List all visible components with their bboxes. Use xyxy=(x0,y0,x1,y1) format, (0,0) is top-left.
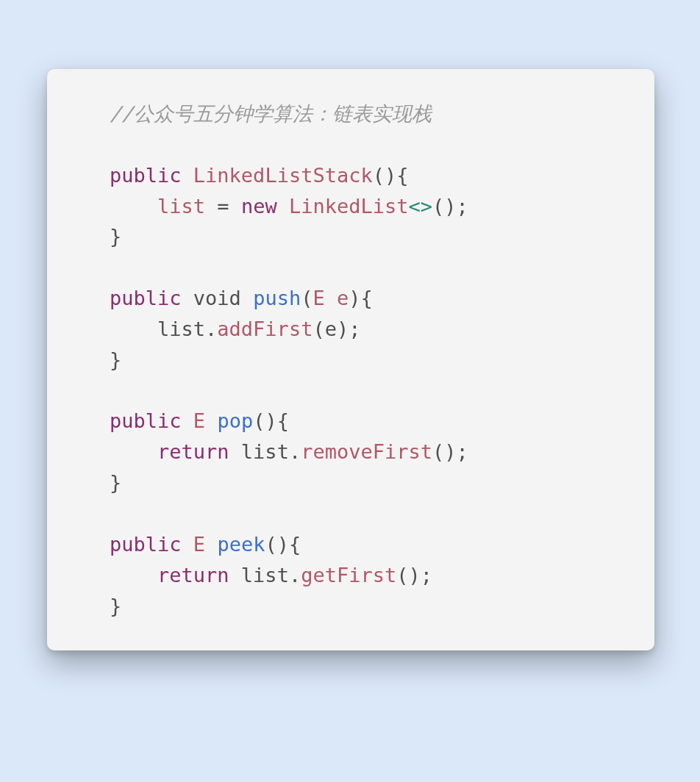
code-line: public E peek(){ xyxy=(62,533,301,556)
code-line: } xyxy=(62,225,121,248)
semicolon: ; xyxy=(421,564,432,586)
space xyxy=(241,287,253,309)
code-card: //公众号五分钟学算法：链表实现栈 public LinkedListStack… xyxy=(47,69,654,650)
paren-close: ) xyxy=(337,318,349,340)
code-line: return list.removeFirst(); xyxy=(62,440,468,463)
method-name: peek xyxy=(217,533,265,556)
space xyxy=(182,164,193,187)
code-line: } xyxy=(62,471,121,494)
type-name: E xyxy=(193,409,205,432)
angle-close: > xyxy=(421,195,432,218)
code-line: list = new LinkedList<>(); xyxy=(62,195,468,218)
code-line: //公众号五分钟学算法：链表实现栈 xyxy=(62,102,432,125)
keyword-public: public xyxy=(110,164,182,187)
paren-close: ) xyxy=(265,409,276,432)
type-name: LinkedListStack xyxy=(193,164,373,187)
space xyxy=(205,409,217,432)
identifier: list xyxy=(241,440,289,463)
paren-close: ) xyxy=(349,287,360,309)
space xyxy=(182,533,193,556)
code-line: list.addFirst(e); xyxy=(62,318,360,340)
paren-open: ( xyxy=(432,440,444,463)
paren-close: ) xyxy=(408,564,420,586)
paren-open: ( xyxy=(396,564,408,586)
keyword-return: return xyxy=(157,564,229,586)
space xyxy=(229,564,241,586)
indent xyxy=(62,595,110,617)
paren-close: ) xyxy=(444,195,456,218)
keyword-public: public xyxy=(110,533,182,556)
brace-open: { xyxy=(277,409,289,432)
semicolon: ; xyxy=(457,440,468,463)
dot: . xyxy=(205,318,217,340)
space xyxy=(205,195,217,218)
paren-open: ( xyxy=(432,195,444,218)
type-name: E xyxy=(193,533,205,556)
dot: . xyxy=(289,440,301,463)
indent xyxy=(62,471,110,494)
code-line: } xyxy=(62,595,121,617)
space xyxy=(277,195,289,218)
brace-close: } xyxy=(110,225,121,248)
paren-close: ) xyxy=(444,440,456,463)
brace-open: { xyxy=(361,287,373,309)
code-line: public E pop(){ xyxy=(62,409,289,432)
code-line: } xyxy=(62,348,121,371)
indent xyxy=(62,348,110,371)
space xyxy=(205,533,217,556)
brace-close: } xyxy=(110,595,121,617)
space xyxy=(229,195,241,218)
keyword-return: return xyxy=(157,440,229,463)
method-name: pop xyxy=(217,409,253,432)
identifier: list xyxy=(157,195,205,218)
code-line: return list.getFirst(); xyxy=(62,564,432,586)
indent xyxy=(62,409,110,432)
method-call: addFirst xyxy=(217,318,312,340)
code-line: public void push(E e){ xyxy=(62,287,373,309)
paren-open: ( xyxy=(312,318,324,340)
keyword-void: void xyxy=(193,287,241,309)
dot: . xyxy=(289,564,301,586)
brace-close: } xyxy=(110,348,121,371)
space xyxy=(182,287,193,309)
angle-open: < xyxy=(408,195,420,218)
code-line: public LinkedListStack(){ xyxy=(62,164,408,187)
method-call: removeFirst xyxy=(301,440,432,463)
keyword-public: public xyxy=(110,409,182,432)
paren-open: ( xyxy=(373,164,385,187)
comment: //公众号五分钟学算法：链表实现栈 xyxy=(110,102,432,125)
indent xyxy=(62,195,157,218)
brace-close: } xyxy=(110,471,121,494)
semicolon: ; xyxy=(349,318,360,340)
space xyxy=(182,409,193,432)
indent xyxy=(62,164,110,187)
indent xyxy=(62,564,157,586)
indent xyxy=(62,287,110,309)
code-block: //公众号五分钟学算法：链表实现栈 public LinkedListStack… xyxy=(62,98,640,621)
keyword-public: public xyxy=(110,287,182,309)
semicolon: ; xyxy=(457,195,468,218)
identifier: list xyxy=(157,318,205,340)
brace-open: { xyxy=(289,533,301,556)
indent xyxy=(62,225,110,248)
paren-open: ( xyxy=(253,409,265,432)
method-name: push xyxy=(253,287,301,309)
type-name: LinkedList xyxy=(289,195,409,218)
type-name: E xyxy=(312,287,324,309)
indent xyxy=(62,440,157,463)
keyword-new: new xyxy=(241,195,277,218)
brace-open: { xyxy=(396,164,408,187)
identifier: list xyxy=(241,564,289,586)
paren-close: ) xyxy=(385,164,396,187)
indent xyxy=(62,102,110,125)
paren-close: ) xyxy=(277,533,289,556)
method-call: getFirst xyxy=(301,564,396,586)
equals: = xyxy=(217,195,229,218)
arg: e xyxy=(325,318,337,340)
param-name: e xyxy=(337,287,349,309)
paren-open: ( xyxy=(301,287,312,309)
paren-open: ( xyxy=(265,533,276,556)
indent xyxy=(62,533,110,556)
space xyxy=(229,440,241,463)
space xyxy=(325,287,337,309)
